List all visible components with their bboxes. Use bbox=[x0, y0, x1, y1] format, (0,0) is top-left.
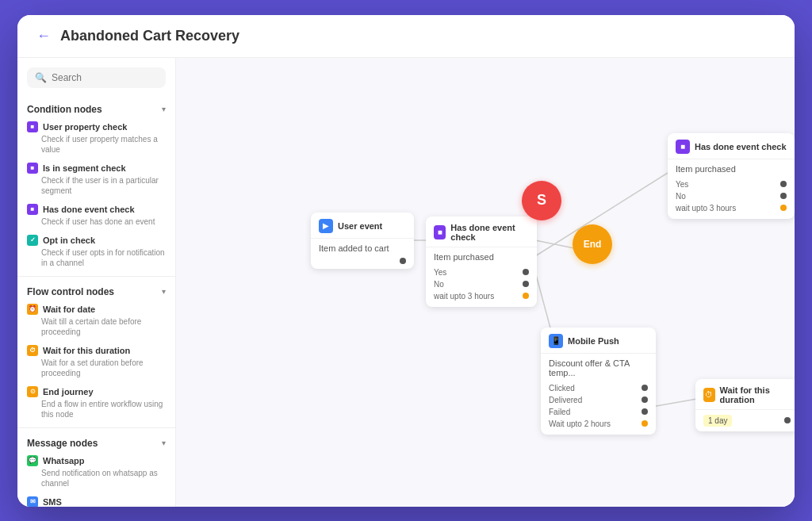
whatsapp-label: Whatsapp bbox=[43, 456, 85, 465]
node-wait-duration[interactable]: ⏱ Wait for this duration Wait for a set … bbox=[17, 342, 175, 383]
condition-nodes-section[interactable]: Condition nodes ▾ bbox=[17, 98, 175, 118]
end-node-1-label: End bbox=[584, 239, 602, 250]
sidebar: 🔍 Condition nodes ▾ ■ User property chec… bbox=[17, 58, 176, 507]
wait-duration-label: Wait for this duration bbox=[43, 346, 130, 355]
end-journey-icon: ⊙ bbox=[27, 386, 38, 397]
row-wait-2: wait upto 3 hours bbox=[676, 204, 736, 213]
dot-clicked bbox=[642, 385, 648, 391]
has-done-event-1-title: Has done event check bbox=[450, 223, 529, 242]
row-no-2: No bbox=[676, 192, 686, 201]
row-clicked: Clicked bbox=[549, 384, 575, 393]
wait-duration-node[interactable]: ⏱ Wait for this duration 1 day bbox=[695, 379, 795, 431]
node-wait-date[interactable]: ⏰ Wait for date Wait till a certain date… bbox=[17, 301, 175, 342]
opt-in-desc: Check if user opts in for notification i… bbox=[27, 247, 166, 268]
has-done-event-desc: Check if user has done an event bbox=[27, 216, 166, 227]
canvas: ▶ User event Item added to cart ■ Has do… bbox=[176, 58, 795, 507]
has-done-event-2-title: Has done event check bbox=[695, 142, 787, 151]
back-button[interactable]: ← bbox=[36, 28, 51, 44]
message-nodes-label: Message nodes bbox=[27, 438, 98, 449]
dot-no-1 bbox=[523, 281, 529, 287]
mobile-push-icon: 📱 bbox=[549, 334, 563, 348]
search-box[interactable]: 🔍 bbox=[27, 67, 166, 88]
opt-in-label: Opt in check bbox=[43, 236, 95, 245]
has-done-event-icon: ■ bbox=[27, 204, 38, 215]
wait-duration-icon: ⏱ bbox=[27, 345, 38, 356]
dot-wait-2 bbox=[780, 205, 787, 211]
dot-yes-1 bbox=[523, 269, 529, 275]
dot-delivered bbox=[642, 396, 648, 403]
row-failed: Failed bbox=[549, 408, 570, 416]
page-title: Abandoned Cart Recovery bbox=[60, 28, 239, 44]
node-sms[interactable]: ✉ SMS Send notification on SMS as channe… bbox=[17, 493, 175, 507]
user-event-node-value: Item added to cart bbox=[319, 243, 406, 253]
dot-wait-push bbox=[642, 420, 648, 427]
user-property-label: User property check bbox=[43, 122, 127, 132]
dot-failed bbox=[642, 408, 648, 415]
opt-in-icon: ✓ bbox=[27, 235, 38, 246]
wait-duration-canvas-icon: ⏱ bbox=[703, 388, 715, 402]
search-icon: 🔍 bbox=[35, 72, 47, 83]
segment-check-label: Is in segment check bbox=[43, 163, 126, 173]
row-no-1: No bbox=[434, 280, 444, 289]
end-node-1[interactable]: End bbox=[573, 224, 612, 264]
segment-check-desc: Check if the user is in a particular seg… bbox=[27, 175, 166, 196]
node-opt-in[interactable]: ✓ Opt in check Check if user opts in for… bbox=[17, 232, 175, 273]
node-segment-check[interactable]: ■ Is in segment check Check if the user … bbox=[17, 159, 175, 201]
message-nodes-chevron: ▾ bbox=[162, 439, 166, 447]
start-label: S bbox=[537, 192, 546, 209]
row-delivered: Delivered bbox=[549, 396, 582, 404]
user-event-node-title: User event bbox=[338, 221, 382, 231]
row-yes-1: Yes bbox=[434, 268, 446, 277]
node-user-property[interactable]: ■ User property check Check if user prop… bbox=[17, 118, 175, 159]
start-node[interactable]: S bbox=[522, 181, 561, 220]
condition-nodes-label: Condition nodes bbox=[27, 104, 102, 115]
dot-wait-1 bbox=[523, 293, 529, 299]
sms-icon: ✉ bbox=[27, 496, 38, 507]
dot-no-2 bbox=[780, 193, 787, 199]
flow-control-chevron: ▾ bbox=[162, 287, 166, 296]
node-whatsapp[interactable]: 💬 Whatsapp Send notification on whatsapp… bbox=[17, 452, 175, 493]
end-journey-label: End journey bbox=[43, 387, 94, 396]
end-journey-desc: End a flow in entire workflow using this… bbox=[27, 399, 166, 419]
wait-date-icon: ⏰ bbox=[27, 304, 38, 315]
has-done-event-node-2[interactable]: ■ Has done event check Item purchased Ye… bbox=[668, 133, 795, 219]
wait-duration-value: 1 day bbox=[703, 415, 732, 427]
message-nodes-section[interactable]: Message nodes ▾ bbox=[17, 431, 175, 452]
app-container: ← Abandoned Cart Recovery 🔍 Condition no… bbox=[17, 15, 795, 507]
has-done-event-1-icon: ■ bbox=[434, 225, 446, 239]
has-done-event-label: Has done event check bbox=[43, 205, 135, 214]
wait-date-label: Wait for date bbox=[43, 305, 95, 314]
has-done-event-1-value: Item purchased bbox=[434, 252, 529, 262]
search-input[interactable] bbox=[52, 72, 158, 83]
user-property-desc: Check if user property matches a value bbox=[27, 134, 166, 155]
user-property-icon: ■ bbox=[27, 121, 38, 132]
has-done-event-2-value: Item purchased bbox=[676, 164, 787, 174]
sms-label: SMS bbox=[43, 497, 62, 507]
mobile-push-title: Mobile Push bbox=[568, 336, 619, 346]
row-wait-push: Wait upto 2 hours bbox=[549, 419, 611, 428]
user-event-dot bbox=[400, 258, 406, 264]
mobile-push-value: Discount offer & CTA temp... bbox=[549, 358, 648, 377]
main-layout: 🔍 Condition nodes ▾ ■ User property chec… bbox=[17, 58, 795, 507]
flow-control-label: Flow control nodes bbox=[27, 286, 114, 297]
node-end-journey[interactable]: ⊙ End journey End a flow in entire workf… bbox=[17, 383, 175, 424]
whatsapp-icon: 💬 bbox=[27, 455, 38, 466]
whatsapp-desc: Send notification on whatsapp as channel bbox=[27, 468, 166, 488]
wait-duration-canvas-title: Wait for this duration bbox=[720, 385, 791, 404]
dot-yes-2 bbox=[780, 181, 787, 187]
row-yes-2: Yes bbox=[676, 180, 688, 189]
row-wait-1: wait upto 3 hours bbox=[434, 292, 494, 301]
has-done-event-node-1[interactable]: ■ Has done event check Item purchased Ye… bbox=[426, 216, 537, 307]
segment-check-icon: ■ bbox=[27, 163, 38, 174]
condition-nodes-chevron: ▾ bbox=[162, 105, 166, 113]
has-done-event-2-icon: ■ bbox=[676, 140, 690, 154]
svg-line-1 bbox=[535, 240, 574, 248]
wait-date-desc: Wait till a certain date before proceedi… bbox=[27, 316, 166, 337]
mobile-push-node[interactable]: 📱 Mobile Push Discount offer & CTA temp.… bbox=[541, 328, 656, 435]
node-has-done-event[interactable]: ■ Has done event check Check if user has… bbox=[17, 201, 175, 232]
user-event-node[interactable]: ▶ User event Item added to cart bbox=[311, 213, 414, 269]
flow-control-section[interactable]: Flow control nodes ▾ bbox=[17, 280, 175, 301]
wait-duration-desc: Wait for a set duration before proceedin… bbox=[27, 358, 166, 378]
svg-line-5 bbox=[652, 399, 697, 407]
dot-wait-dur bbox=[784, 417, 791, 423]
